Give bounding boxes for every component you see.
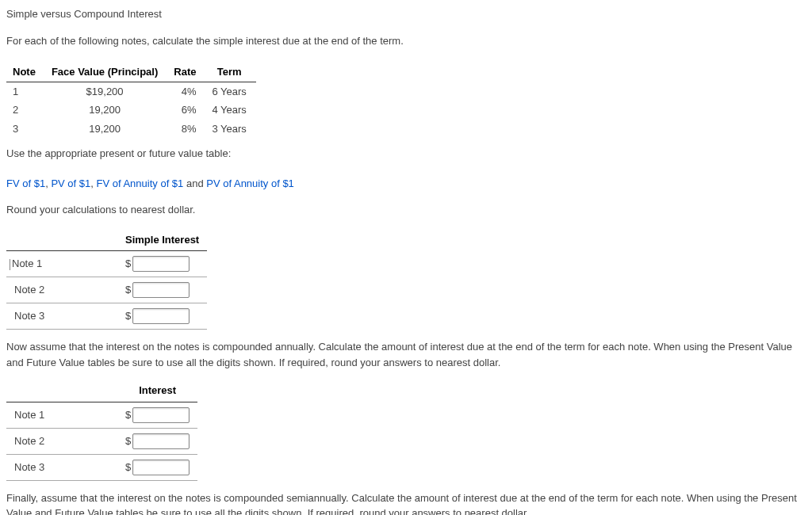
row-label: Note 1 [6,402,117,428]
table-row: 3 19,200 8% 3 Years [6,120,256,139]
cell-face: 19,200 [45,101,167,120]
simple-interest-section: Simple Interest Note 1 $ Note 2 $ Note 3… [6,229,806,330]
cell-face: 19,200 [45,120,167,139]
sep-and: and [183,177,206,189]
row-label: Note 2 [6,277,117,303]
link-preface: Use the appropriate present or future va… [6,146,806,162]
page-title: Simple versus Compound Interest [6,6,806,22]
row-label: Note 2 [6,428,117,454]
interest-header: Interest [117,380,197,402]
simple-note3-input[interactable] [132,308,190,324]
compound-annual-paragraph: Now assume that the interest on the note… [6,339,806,370]
cell-term: 6 Years [205,82,255,101]
currency-symbol: $ [125,407,131,423]
currency-symbol: $ [125,282,131,298]
table-row: 1 $19,200 4% 6 Years [6,82,256,101]
compound-semi-paragraph: Finally, assume that the interest on the… [6,490,806,516]
row-label: Note 1 [12,258,42,269]
cell-term: 4 Years [205,101,255,120]
cell-rate: 4% [167,82,205,101]
link-fva1[interactable]: FV of Annuity of $1 [96,177,183,189]
table-row: 2 19,200 6% 4 Years [6,101,256,120]
simple-note2-input[interactable] [132,282,190,298]
col-rate-header: Rate [167,63,205,82]
col-face-header: Face Value (Principal) [45,63,167,82]
cell-note: 3 [6,120,45,139]
currency-symbol: $ [125,256,131,272]
annual-note2-input[interactable] [132,433,190,449]
cell-term: 3 Years [205,120,255,139]
cell-rate: 8% [167,120,205,139]
col-note-header: Note [6,63,45,82]
compound-annual-section: Interest Note 1 $ Note 2 $ Note 3 $ [6,380,806,481]
notes-data-table: Note Face Value (Principal) Rate Term 1 … [6,63,256,138]
cell-note: 2 [6,101,45,120]
simple-note1-input[interactable] [132,256,190,272]
col-term-header: Term [205,63,255,82]
intro-text: For each of the following notes, calcula… [6,33,806,49]
simple-interest-header: Simple Interest [117,229,207,251]
value-table-links: FV of $1, PV of $1, FV of Annuity of $1 … [6,176,806,192]
annual-note3-input[interactable] [132,460,190,475]
link-pva1[interactable]: PV of Annuity of $1 [206,177,294,189]
link-pv1[interactable]: PV of $1 [51,177,90,189]
round-note: Round your calculations to nearest dolla… [6,202,806,218]
cell-note: 1 [6,82,45,101]
row-label: Note 3 [6,454,117,480]
currency-symbol: $ [125,460,131,475]
annual-note1-input[interactable] [132,407,190,423]
currency-symbol: $ [125,308,131,324]
cell-face: $19,200 [45,82,167,101]
cell-rate: 6% [167,101,205,120]
row-label: Note 3 [6,303,117,330]
currency-symbol: $ [125,433,131,449]
link-fv1[interactable]: FV of $1 [6,177,45,189]
